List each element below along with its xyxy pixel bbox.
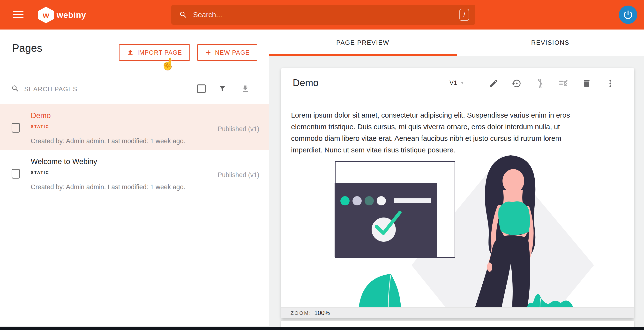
page-row-type-badge: STATIC <box>31 124 49 129</box>
active-tab-underline <box>269 54 457 56</box>
import-page-label: IMPORT PAGE <box>137 49 182 56</box>
body-text-line: commodo diam libero vitae erat. Aenean f… <box>291 132 627 144</box>
body-text-line: Lorem ipsum dolor sit amet, consectetur … <box>291 109 627 121</box>
webiny-logo[interactable]: w webiny <box>38 7 111 23</box>
screen-bottom-edge <box>0 327 644 330</box>
page-row-type-badge: STATIC <box>31 170 49 175</box>
export-download-icon[interactable] <box>241 84 250 94</box>
restore-history-icon[interactable] <box>511 78 522 89</box>
page-row-status: Published (v1) <box>218 125 259 133</box>
new-page-button[interactable]: NEW PAGE <box>197 44 257 61</box>
preview-zoom-bar: ZOOM: 100% <box>281 307 634 318</box>
search-icon <box>179 11 187 19</box>
more-kebab-icon[interactable] <box>605 78 616 89</box>
page-row-meta: Created by: Admin admin. Last modified: … <box>31 138 185 145</box>
webiny-logo-icon: w <box>38 7 54 23</box>
svg-text:w: w <box>42 10 49 20</box>
preview-body-text: Lorem ipsum dolor sit amet, consectetur … <box>291 109 627 156</box>
delete-trash-icon[interactable] <box>581 78 592 89</box>
hamburger-menu-icon[interactable] <box>13 11 24 19</box>
page-row-status: Published (v1) <box>218 171 259 179</box>
search-placeholder: Search... <box>193 11 222 19</box>
preview-card-header: Demo V1 <box>281 68 634 99</box>
chevron-down-icon <box>460 80 465 86</box>
search-pages-input[interactable]: SEARCH PAGES <box>24 86 78 93</box>
preview-page-title: Demo <box>293 78 318 88</box>
page-preview-illustration <box>281 154 634 307</box>
search-icon <box>11 84 19 93</box>
import-page-button[interactable]: IMPORT PAGE <box>119 44 190 61</box>
upload-icon <box>127 49 134 56</box>
preview-panel: PAGE PREVIEW REVISIONS Demo V1 <box>269 30 644 330</box>
brand-text: webiny <box>56 10 86 20</box>
body-text-line: elementum tristique. Duis cursus, mi qui… <box>291 121 627 132</box>
page-row-title: Welcome to Webiny <box>31 157 97 166</box>
slash-shortcut-key: / <box>460 9 469 21</box>
preview-tabbar: PAGE PREVIEW REVISIONS <box>269 30 644 56</box>
version-label: V1 <box>450 79 458 86</box>
page-title: Pages <box>12 42 42 54</box>
zoom-value[interactable]: 100% <box>314 310 330 316</box>
plus-icon <box>205 49 212 56</box>
page-list-item-demo[interactable]: Demo STATIC Published (v1) Created by: A… <box>0 104 269 150</box>
tab-page-preview[interactable]: PAGE PREVIEW <box>269 30 456 56</box>
row-checkbox[interactable] <box>12 169 20 178</box>
avatar-power-icon <box>622 9 634 20</box>
app-header: w webiny Search... / <box>0 0 644 30</box>
pages-search-bar: SEARCH PAGES <box>0 73 269 104</box>
select-all-checkbox[interactable] <box>197 84 206 93</box>
row-checkbox[interactable] <box>12 123 20 132</box>
page-row-meta: Created by: Admin admin. Last modified: … <box>31 184 185 191</box>
version-selector[interactable]: V1 <box>450 79 465 86</box>
pages-panel-header: Pages IMPORT PAGE NEW PAGE <box>0 30 269 73</box>
pages-panel: Pages IMPORT PAGE NEW PAGE SEARCH PAGES <box>0 30 269 326</box>
page-row-title: Demo <box>31 111 51 120</box>
request-review-person-icon[interactable] <box>535 78 546 89</box>
zoom-label: ZOOM: <box>290 310 311 316</box>
user-avatar[interactable] <box>619 6 637 24</box>
filter-funnel-icon[interactable] <box>218 84 227 94</box>
edit-pencil-icon[interactable] <box>488 78 499 89</box>
global-search-input[interactable]: Search... / <box>171 5 476 25</box>
tab-revisions[interactable]: REVISIONS <box>456 30 644 56</box>
unpublish-list-icon[interactable] <box>558 78 569 89</box>
page-list-item-welcome[interactable]: Welcome to Webiny STATIC Published (v1) … <box>0 150 269 196</box>
new-page-label: NEW PAGE <box>215 49 250 56</box>
page-preview-card: Demo V1 <box>281 68 634 318</box>
